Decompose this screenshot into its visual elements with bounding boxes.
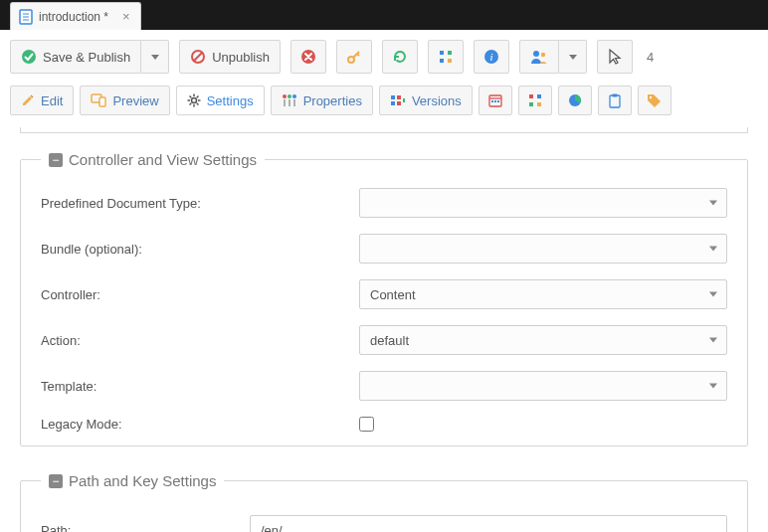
- svg-rect-50: [612, 93, 617, 96]
- tab-edit-label: Edit: [41, 93, 63, 108]
- svg-rect-44: [529, 94, 533, 98]
- translate-button[interactable]: [519, 40, 559, 74]
- svg-rect-43: [497, 100, 499, 102]
- info-button[interactable]: i: [474, 40, 509, 74]
- predefined-doctype-label: Predefined Document Type:: [41, 196, 359, 211]
- controller-label: Controller:: [41, 287, 359, 302]
- predefined-doctype-select[interactable]: [359, 188, 727, 218]
- controller-value: Content: [359, 279, 727, 309]
- save-publish-button[interactable]: Save & Publish: [10, 40, 141, 74]
- save-publish-dropdown[interactable]: [141, 40, 169, 74]
- save-publish-label: Save & Publish: [43, 50, 130, 65]
- tab-versions-label: Versions: [412, 93, 462, 108]
- tab-notes[interactable]: [598, 86, 632, 115]
- bundle-value: [359, 234, 727, 264]
- svg-line-6: [194, 53, 202, 61]
- translate-dropdown[interactable]: [559, 40, 587, 74]
- controller-view-settings-section: − Controller and View Settings Predefine…: [20, 151, 748, 446]
- predefined-doctype-value: [359, 188, 727, 218]
- collapse-icon[interactable]: −: [49, 153, 63, 167]
- legacy-mode-checkbox[interactable]: [359, 417, 374, 432]
- legacy-mode-label: Legacy Mode:: [41, 417, 359, 432]
- close-icon[interactable]: ×: [120, 10, 132, 23]
- calendar-icon: [488, 93, 502, 107]
- tab-properties-label: Properties: [303, 93, 362, 108]
- document-tab-title: introduction *: [39, 10, 114, 24]
- path-input[interactable]: [250, 515, 727, 532]
- tab-versions[interactable]: Versions: [379, 86, 473, 115]
- svg-point-30: [292, 94, 296, 98]
- svg-rect-9: [440, 51, 444, 55]
- svg-rect-41: [491, 100, 493, 102]
- chevron-down-icon: [569, 55, 577, 60]
- template-label: Template:: [41, 379, 359, 394]
- unpublish-label: Unpublish: [212, 50, 270, 65]
- svg-rect-18: [99, 97, 105, 106]
- cursor-icon: [608, 49, 622, 65]
- svg-point-4: [22, 50, 36, 64]
- tab-schedule[interactable]: [479, 86, 512, 115]
- svg-point-28: [283, 94, 287, 98]
- svg-rect-38: [403, 98, 405, 102]
- svg-point-51: [650, 96, 652, 98]
- svg-rect-11: [448, 51, 452, 55]
- pencil-icon: [21, 93, 35, 107]
- svg-line-27: [189, 103, 191, 105]
- svg-rect-47: [537, 102, 541, 106]
- bundle-select[interactable]: [359, 234, 727, 264]
- tab-settings[interactable]: Settings: [176, 86, 265, 115]
- svg-line-24: [189, 96, 191, 98]
- fieldset-legend: − Path and Key Settings: [41, 472, 224, 489]
- document-icon: [19, 9, 33, 25]
- svg-point-15: [533, 51, 539, 57]
- save-publish-split: Save & Publish: [10, 40, 169, 74]
- fieldset-title: Path and Key Settings: [69, 472, 216, 489]
- tab-tags[interactable]: [638, 86, 672, 115]
- cursor-button[interactable]: [597, 40, 633, 74]
- fieldset-title: Controller and View Settings: [69, 151, 257, 168]
- svg-text:i: i: [489, 51, 492, 63]
- path-label: Path:: [41, 523, 250, 533]
- svg-rect-37: [397, 101, 401, 105]
- collapse-icon[interactable]: −: [49, 474, 63, 488]
- tab-settings-label: Settings: [207, 93, 254, 108]
- document-tab[interactable]: introduction * ×: [10, 2, 141, 30]
- svg-rect-36: [397, 95, 401, 99]
- rename-button[interactable]: [336, 40, 372, 74]
- svg-point-19: [191, 98, 196, 103]
- tab-preview[interactable]: Preview: [80, 86, 169, 115]
- sliders-icon: [282, 93, 297, 107]
- reload-button[interactable]: [382, 40, 418, 74]
- key-icon: [346, 49, 362, 65]
- svg-rect-35: [391, 101, 395, 105]
- show-navigation-button[interactable]: [428, 40, 464, 74]
- tab-properties[interactable]: Properties: [271, 86, 373, 115]
- tab-analytics[interactable]: [558, 86, 592, 115]
- tab-dependencies[interactable]: [518, 86, 552, 115]
- svg-rect-34: [391, 95, 395, 99]
- svg-line-26: [196, 96, 198, 98]
- template-value: [359, 371, 727, 401]
- template-select[interactable]: [359, 371, 727, 401]
- gear-icon: [187, 93, 201, 107]
- svg-rect-46: [529, 102, 533, 106]
- tag-icon: [647, 93, 662, 107]
- info-icon: i: [483, 49, 499, 65]
- devices-icon: [91, 93, 106, 107]
- action-select[interactable]: default: [359, 325, 727, 355]
- chevron-down-icon: [151, 55, 159, 60]
- path-key-settings-section: − Path and Key Settings Path:: [20, 472, 748, 532]
- svg-rect-45: [537, 94, 541, 98]
- translate-split: [519, 40, 587, 74]
- delete-button[interactable]: [290, 40, 326, 74]
- controller-select[interactable]: Content: [359, 279, 727, 309]
- unpublish-button[interactable]: Unpublish: [179, 40, 281, 74]
- action-label: Action:: [41, 333, 359, 348]
- bundle-label: Bundle (optional):: [41, 242, 359, 257]
- pie-icon: [568, 93, 582, 107]
- prohibit-icon: [190, 49, 206, 65]
- navigation-icon: [438, 49, 454, 65]
- tab-edit[interactable]: Edit: [10, 86, 74, 115]
- page-count: 4: [643, 50, 654, 65]
- svg-point-29: [288, 94, 291, 98]
